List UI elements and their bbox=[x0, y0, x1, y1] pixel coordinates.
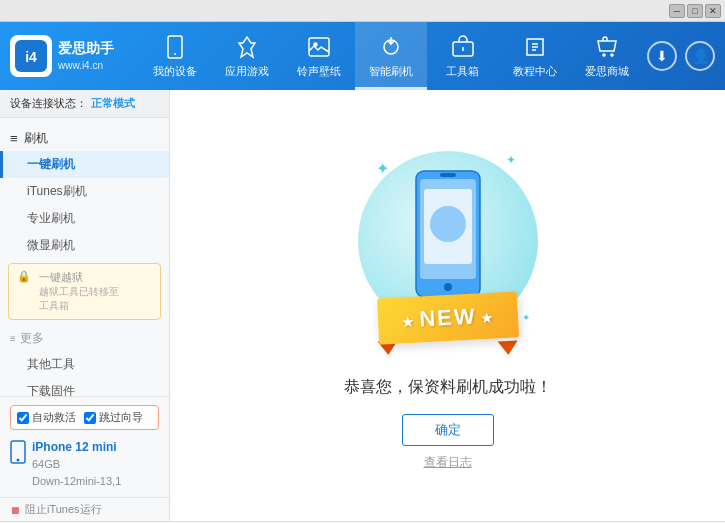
sparkle-left: ✦ bbox=[376, 159, 389, 178]
new-badge: ★NEW★ bbox=[376, 291, 518, 344]
confirm-button[interactable]: 确定 bbox=[402, 414, 494, 446]
phone-illustration bbox=[412, 169, 484, 299]
nav-smart-flash[interactable]: 智能刷机 bbox=[355, 22, 427, 90]
sparkle-right-bottom: ✦ bbox=[522, 312, 530, 323]
title-bar: ─ □ ✕ bbox=[0, 0, 725, 22]
minimize-button[interactable]: ─ bbox=[669, 4, 685, 18]
logo-icon: i4 bbox=[10, 35, 52, 77]
svg-point-9 bbox=[611, 54, 613, 56]
success-title: 恭喜您，保资料刷机成功啦！ bbox=[344, 377, 552, 398]
svg-point-17 bbox=[430, 206, 466, 242]
close-button[interactable]: ✕ bbox=[705, 4, 721, 18]
header: i4 爱思助手 www.i4.cn 我的设备 应用游戏 铃声壁纸 bbox=[0, 22, 725, 90]
phone-icon bbox=[161, 33, 189, 61]
more-icon: ≡ bbox=[10, 333, 16, 344]
sidebar-bottom: 自动救活 跳过向导 iPhone 12 mini 64GB Down-12min… bbox=[0, 396, 169, 497]
sidebar-item-wipe-flash[interactable]: 微显刷机 bbox=[0, 232, 169, 259]
logo-text: 爱思助手 www.i4.cn bbox=[58, 39, 114, 73]
sidebar-item-one-click-flash[interactable]: 一键刷机 bbox=[0, 151, 169, 178]
svg-point-15 bbox=[444, 283, 452, 291]
smart-flash-icon bbox=[377, 33, 405, 61]
secondary-link[interactable]: 查看日志 bbox=[424, 454, 472, 471]
section-header-flash[interactable]: ≡ 刷机 bbox=[0, 126, 169, 151]
sidebar-item-download-firmware[interactable]: 下载固件 bbox=[0, 378, 169, 396]
sidebar-item-pro-flash[interactable]: 专业刷机 bbox=[0, 205, 169, 232]
svg-rect-14 bbox=[440, 173, 456, 177]
maximize-button[interactable]: □ bbox=[687, 4, 703, 18]
illustration-container: ✦ ✦ ✦ ★NEW★ bbox=[348, 141, 548, 361]
device-info: iPhone 12 mini 64GB Down-12mini-13,1 bbox=[10, 438, 159, 489]
nav-wallpaper[interactable]: 铃声壁纸 bbox=[283, 22, 355, 90]
tutorial-icon bbox=[521, 33, 549, 61]
auto-rescue-checkbox[interactable]: 自动救活 bbox=[17, 410, 76, 425]
store-icon bbox=[593, 33, 621, 61]
profile-button[interactable]: 👤 bbox=[685, 41, 715, 71]
sidebar-item-itunes-flash[interactable]: iTunes刷机 bbox=[0, 178, 169, 205]
device-checkboxes: 自动救活 跳过向导 bbox=[10, 405, 159, 430]
apps-icon bbox=[233, 33, 261, 61]
nav-apps-games[interactable]: 应用游戏 bbox=[211, 22, 283, 90]
main-layout: 设备连接状态： 正常模式 ≡ 刷机 一键刷机 iTunes刷机 专业刷机 bbox=[0, 90, 725, 521]
sidebar: 设备连接状态： 正常模式 ≡ 刷机 一键刷机 iTunes刷机 专业刷机 bbox=[0, 90, 170, 521]
status-bar: 设备连接状态： 正常模式 bbox=[0, 90, 169, 118]
svg-point-3 bbox=[174, 53, 176, 55]
sparkle-right-top: ✦ bbox=[506, 153, 516, 167]
svg-point-8 bbox=[603, 54, 605, 56]
sidebar-section-flash: ≡ 刷机 一键刷机 iTunes刷机 专业刷机 微显刷机 bbox=[0, 126, 169, 259]
wallpaper-icon bbox=[305, 33, 333, 61]
download-button[interactable]: ⬇ bbox=[647, 41, 677, 71]
stop-icon: ⏹ bbox=[10, 504, 21, 516]
toolbox-icon bbox=[449, 33, 477, 61]
success-illustration: ✦ ✦ ✦ ★NEW★ bbox=[344, 141, 552, 471]
header-actions: ⬇ 👤 bbox=[647, 41, 715, 71]
svg-point-11 bbox=[17, 459, 19, 461]
nav-my-device[interactable]: 我的设备 bbox=[139, 22, 211, 90]
notice-icon: 🔒 bbox=[17, 270, 31, 283]
device-phone-icon bbox=[10, 440, 26, 469]
flash-section-icon: ≡ bbox=[10, 131, 18, 146]
device-details: iPhone 12 mini 64GB Down-12mini-13,1 bbox=[32, 438, 121, 489]
nav-tutorial[interactable]: 教程中心 bbox=[499, 22, 571, 90]
sidebar-content: ≡ 刷机 一键刷机 iTunes刷机 专业刷机 微显刷机 bbox=[0, 118, 169, 396]
nav-bar: 我的设备 应用游戏 铃声壁纸 智能刷机 工具箱 bbox=[134, 22, 647, 90]
nav-toolbox[interactable]: 工具箱 bbox=[427, 22, 499, 90]
sidebar-footer: ⏹ 阻止iTunes运行 bbox=[0, 497, 169, 521]
main-content: ✦ ✦ ✦ ★NEW★ bbox=[170, 90, 725, 521]
sidebar-item-other-tools[interactable]: 其他工具 bbox=[0, 351, 169, 378]
nav-store[interactable]: 爱思商城 bbox=[571, 22, 643, 90]
logo[interactable]: i4 爱思助手 www.i4.cn bbox=[10, 35, 114, 77]
sidebar-notice: 🔒 一键越狱 越狱工具已转移至工具箱 bbox=[8, 263, 161, 320]
svg-text:i4: i4 bbox=[25, 49, 37, 65]
more-section-header[interactable]: ≡ 更多 bbox=[0, 326, 169, 351]
skip-wizard-checkbox[interactable]: 跳过向导 bbox=[84, 410, 143, 425]
